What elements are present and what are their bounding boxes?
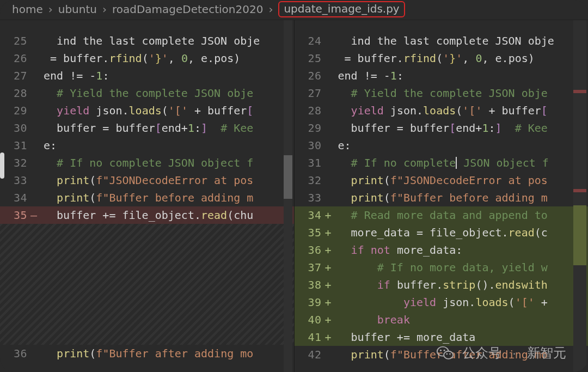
breadcrumb-sep-icon: › [268,3,273,16]
diff-pane-modified[interactable]: 24 ind the last complete JSON obje25 = b… [294,20,589,372]
code-line[interactable]: 27end != -1: [0,67,294,84]
line-number: 32 [295,172,325,189]
line-number: 24 [295,32,325,50]
code-line[interactable]: 35+ more_data = file_object.read(c [295,224,589,241]
line-number: 38 [295,276,325,294]
code-line[interactable]: 32 print(f"JSONDecodeError at pos [295,172,589,189]
diff-marker: + [325,328,338,346]
line-number: 25 [295,50,325,67]
watermark-sep: · [512,345,516,361]
code-line[interactable]: 33 print(f"JSONDecodeError at pos [0,172,294,189]
code-text: ind the last complete JSON obje [338,32,589,50]
breadcrumb-item[interactable]: roadDamageDetection2020 [112,3,263,16]
code-text: buffer = buffer[end+1:] # Kee [44,119,294,137]
breadcrumb-file-highlight[interactable]: update_image_ids.py [278,1,405,17]
code-line[interactable]: 40+ break [295,311,589,328]
diff-marker: + [325,311,338,328]
code-text: print(f"Buffer after adding mo [44,345,294,362]
breadcrumb-sep-icon: › [48,3,53,16]
overview-ruler[interactable] [284,20,292,372]
code-text: # Read more data and append to [338,206,589,224]
code-line[interactable]: 33 print(f"Buffer before adding m [295,189,589,206]
line-number: 41 [295,328,325,346]
diff-marker: + [325,224,338,241]
code-line[interactable]: 29 buffer = buffer[end+1:] # Kee [295,119,589,137]
code-text: print(f"JSONDecodeError at pos [44,172,294,189]
code-line[interactable]: 30e: [295,137,589,154]
line-number: 27 [0,67,30,84]
code-text: print(f"Buffer before adding m [338,189,589,206]
code-text: break [338,311,589,328]
code-line[interactable]: 36 print(f"Buffer after adding mo [0,345,294,362]
line-number: 28 [295,102,325,119]
line-number: 26 [295,67,325,84]
line-number: 33 [0,172,30,189]
editor-window: home › ubuntu › roadDamageDetection2020 … [0,0,588,372]
line-number: 34 [0,189,30,206]
code-text: yield json.loads('[' + [338,294,589,311]
code-line[interactable]: 26 = buffer.rfind('}', 0, e.pos) [0,50,294,67]
code-line[interactable]: 34 print(f"Buffer before adding m [0,189,294,206]
line-number: 32 [0,154,30,172]
line-number: 40 [295,311,325,328]
line-number: 28 [0,84,30,102]
line-number: 35 [0,206,30,224]
line-number: 36 [0,345,30,362]
wechat-icon [436,344,455,362]
code-text: # If no more data, yield w [338,259,589,276]
code-line[interactable]: 24 ind the last complete JSON obje [295,32,589,50]
code-text: print(f"JSONDecodeError at pos [338,172,589,189]
code-text: end != -1: [338,67,589,84]
breadcrumb-item[interactable]: home [12,3,43,16]
line-number: 42 [295,346,325,363]
code-line[interactable]: 39+ yield json.loads('[' + [295,294,589,311]
code-line[interactable]: 26end != -1: [295,67,589,84]
code-text: # If no complete JSON object f [338,154,589,172]
code-line[interactable]: 25 = buffer.rfind('}', 0, e.pos) [295,50,589,67]
code-line[interactable]: 35— buffer += file_object.read(chu [0,206,294,224]
diff-marker: + [325,206,338,224]
breadcrumb-item[interactable]: ubuntu [58,3,97,16]
diff-pane-original[interactable]: 25 ind the last complete JSON obje26 = b… [0,20,294,372]
code-line[interactable]: 36+ if not more_data: [295,241,589,259]
diff-marker: + [325,259,338,276]
code-line[interactable]: 34+ # Read more data and append to [295,206,589,224]
code-line[interactable]: 31 # If no complete JSON object f [295,154,589,172]
code-text: yield json.loads('[' + buffer[ [338,102,589,119]
svg-point-2 [440,350,442,351]
diff-placeholder [0,224,294,345]
line-number: 37 [295,259,325,276]
code-line[interactable]: 30 buffer = buffer[end+1:] # Kee [0,119,294,137]
line-number: 31 [295,154,325,172]
code-text: = buffer.rfind('}', 0, e.pos) [44,50,294,67]
code-text: buffer = buffer[end+1:] # Kee [338,119,589,137]
code-line[interactable]: 32 # If no complete JSON object f [0,154,294,172]
code-line[interactable]: 25 ind the last complete JSON obje [0,32,294,50]
code-line[interactable]: 37+ # If no more data, yield w [295,259,589,276]
line-number: 33 [295,189,325,206]
line-number: 31 [0,137,30,154]
code-line[interactable]: 31e: [0,137,294,154]
code-line[interactable]: 38+ if buffer.strip().endswith [295,276,589,294]
breadcrumb-sep-icon: › [102,3,107,16]
line-number: 29 [0,102,30,119]
overview-ruler[interactable] [573,20,586,372]
code-line[interactable]: 29 yield json.loads('[' + buffer[ [0,102,294,119]
diff-marker: + [325,294,338,311]
line-number: 26 [0,50,30,67]
code-line[interactable]: 27 # Yield the complete JSON obje [295,84,589,102]
code-line[interactable]: 28 yield json.loads('[' + buffer[ [295,102,589,119]
code-line[interactable]: 28 # Yield the complete JSON obje [0,84,294,102]
line-number: 30 [0,119,30,137]
svg-point-3 [444,350,445,351]
code-text: # Yield the complete JSON obje [44,84,294,102]
code-text: more_data = file_object.read(c [338,224,589,241]
code-text: ind the last complete JSON obje [44,32,294,50]
line-number: 30 [295,137,325,154]
watermark: 公众号 · 新智元 [436,344,566,362]
line-number: 29 [295,119,325,137]
line-number: 39 [295,294,325,311]
code-text: e: [44,137,294,154]
code-text: print(f"Buffer before adding m [44,189,294,206]
svg-point-1 [444,351,453,359]
